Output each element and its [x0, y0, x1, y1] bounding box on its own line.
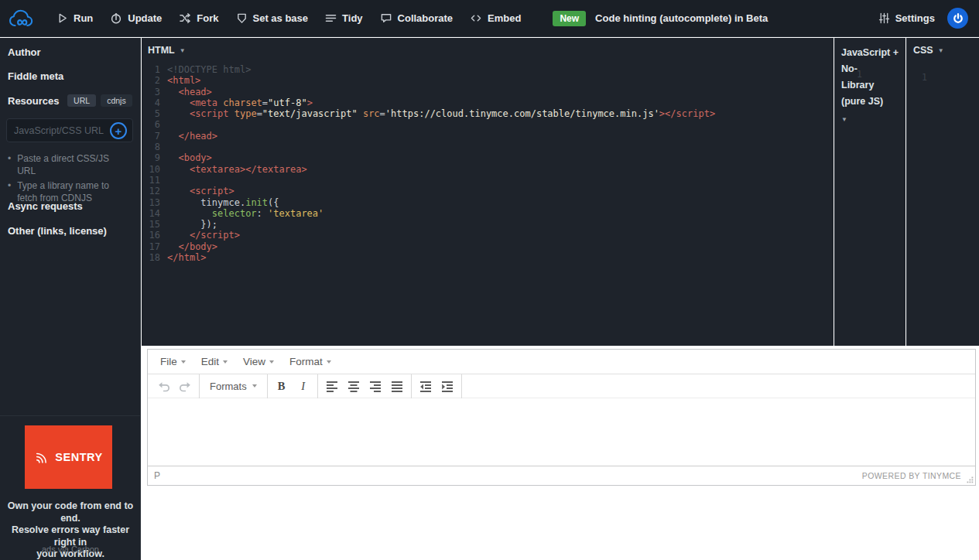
resources-url-badge[interactable]: URL — [67, 94, 96, 107]
menu-file[interactable]: File — [152, 353, 193, 370]
ads-via-carbon-link[interactable]: ads via Carbon — [0, 545, 141, 554]
tag-icon — [236, 12, 248, 24]
play-icon — [56, 12, 68, 24]
fork-button[interactable]: Fork — [179, 12, 218, 24]
indent-icon — [441, 380, 454, 392]
align-justify-icon — [391, 380, 403, 392]
html-panel-dropdown[interactable]: HTML ▼ — [142, 38, 834, 56]
fork-label: Fork — [197, 12, 218, 24]
update-label: Update — [128, 12, 162, 24]
menu-format[interactable]: Format — [282, 353, 339, 370]
code-line: 2<html> — [142, 75, 834, 86]
code-brackets-icon — [470, 13, 482, 23]
settings-button[interactable]: Settings — [878, 12, 935, 24]
plus-icon: + — [115, 125, 122, 137]
align-right-icon — [369, 380, 382, 392]
align-justify-button[interactable] — [387, 377, 407, 395]
js-panel-label-line1: JavaScript + No- — [841, 47, 899, 74]
js-panel-dropdown[interactable]: JavaScript + No- Library (pure JS) ▼ — [835, 38, 905, 128]
tinymce-menubar: File Edit View Format — [148, 350, 975, 374]
collaborate-button[interactable]: Collaborate — [380, 12, 454, 24]
announcement-text[interactable]: Code hinting (autocomplete) in Beta — [595, 12, 768, 24]
power-icon — [952, 12, 964, 25]
tidy-button[interactable]: Tidy — [325, 12, 363, 24]
outdent-button[interactable] — [416, 377, 436, 395]
css-panel-dropdown[interactable]: CSS ▼ — [907, 38, 979, 56]
caret-down-icon — [269, 360, 274, 364]
jsfiddle-logo[interactable] — [8, 7, 37, 30]
resources-cdnjs-badge[interactable]: cdnjs — [101, 94, 132, 107]
code-line: 7 </head> — [142, 131, 834, 142]
embed-button[interactable]: Embed — [470, 12, 521, 24]
css-editor-panel: CSS ▼ 1 — [906, 38, 979, 346]
bold-button[interactable]: B — [272, 377, 292, 395]
js-panel-label-line2: Library (pure JS) — [841, 80, 883, 107]
code-line: 16 </script> — [142, 230, 834, 241]
redo-icon — [179, 381, 192, 392]
speech-bubble-icon — [380, 12, 392, 24]
indent-button[interactable] — [437, 377, 457, 395]
sidebar-item-other[interactable]: Other (links, license) — [8, 225, 107, 237]
menu-edit[interactable]: Edit — [193, 353, 235, 370]
settings-label: Settings — [895, 12, 935, 24]
caret-down-icon — [181, 360, 186, 364]
menu-file-label: File — [160, 356, 177, 367]
outdent-icon — [419, 380, 432, 392]
chevron-down-icon: ▼ — [938, 47, 944, 54]
menu-view-label: View — [243, 356, 265, 367]
code-line: 18</html> — [142, 252, 834, 263]
align-left-button[interactable] — [322, 377, 342, 395]
resize-grip[interactable] — [967, 476, 974, 483]
formats-label: Formats — [210, 381, 247, 392]
code-line: 10 <textarea></textarea> — [142, 164, 834, 175]
undo-button[interactable] — [153, 377, 173, 395]
italic-icon: I — [301, 380, 305, 393]
code-line: 3 <head> — [142, 87, 834, 97]
resource-tip-1: Paste a direct CSS/JS URL — [17, 152, 130, 177]
sidebar-item-async-requests[interactable]: Async requests — [8, 200, 83, 212]
undo-icon — [157, 381, 170, 392]
run-label: Run — [74, 12, 93, 24]
italic-button[interactable]: I — [293, 377, 313, 395]
css-panel-label: CSS — [913, 45, 933, 56]
chevron-down-icon: ▼ — [180, 47, 186, 54]
code-line: 15 }); — [142, 219, 834, 230]
code-line: 1<!DOCTYPE html> — [142, 64, 834, 75]
tinymce-editor: File Edit View Format — [147, 349, 976, 486]
code-line: 17 </body> — [142, 241, 834, 252]
sentry-ad[interactable]: SENTRY — [25, 425, 112, 489]
code-line: 11 — [142, 175, 834, 186]
sidebar-item-resources[interactable]: Resources URL cdnjs — [8, 94, 132, 107]
update-icon — [110, 12, 122, 25]
redo-button[interactable] — [175, 377, 195, 395]
caret-down-icon — [252, 384, 257, 388]
add-resource-button[interactable]: + — [110, 122, 127, 139]
tinymce-statusbar: P POWERED BY TINYMCE — [148, 466, 975, 485]
chevron-down-icon: ▼ — [841, 111, 899, 128]
update-button[interactable]: Update — [110, 12, 162, 25]
run-button[interactable]: Run — [56, 12, 93, 24]
tinymce-content-area[interactable] — [148, 398, 975, 466]
sidebar-item-fiddle-meta[interactable]: Fiddle meta — [8, 70, 63, 82]
result-panel: File Edit View Format — [142, 346, 979, 560]
login-power-button[interactable] — [947, 8, 968, 29]
code-line: 6 — [142, 119, 834, 130]
align-center-button[interactable] — [344, 377, 364, 395]
menu-format-label: Format — [289, 356, 323, 367]
js-line-number: 1 — [857, 69, 862, 80]
formats-dropdown[interactable]: Formats — [204, 381, 263, 392]
set-as-base-label: Set as base — [253, 12, 309, 24]
code-line: 14 selector: 'textarea' — [142, 208, 834, 219]
bullet: • — [8, 152, 11, 177]
menu-view[interactable]: View — [235, 353, 282, 370]
powered-by-tinymce-link[interactable]: POWERED BY TINYMCE — [862, 471, 961, 480]
sidebar: Author Fiddle meta Resources URL cdnjs +… — [0, 38, 141, 560]
resource-tips: • Paste a direct CSS/JS URL • Type a lib… — [8, 152, 130, 207]
sidebar-item-author[interactable]: Author — [8, 46, 41, 58]
align-right-button[interactable] — [365, 377, 385, 395]
sentry-logo-icon — [34, 449, 51, 466]
ad-line-1: Own your code from end to end. — [3, 500, 138, 524]
jsfiddle-app: Run Update Fork Set as base Tidy — [0, 0, 979, 560]
html-code-editor[interactable]: 1<!DOCTYPE html>2<html>3 <head>4 <meta c… — [142, 64, 834, 346]
set-as-base-button[interactable]: Set as base — [236, 12, 309, 24]
